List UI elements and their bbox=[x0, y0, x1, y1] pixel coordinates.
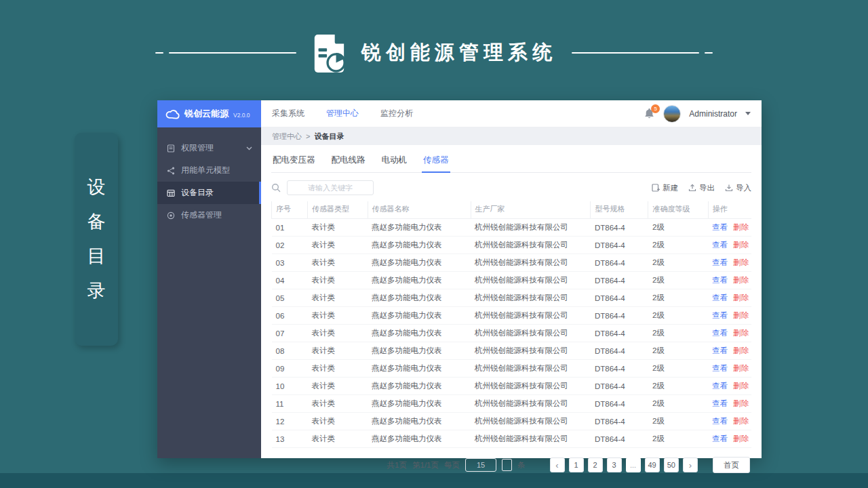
page-header: 锐创能源管理系统 bbox=[0, 27, 868, 79]
tab-配电线路[interactable]: 配电线路 bbox=[332, 155, 366, 166]
per-page-stepper[interactable] bbox=[502, 459, 512, 471]
topnav-item-监控分析[interactable]: 监控分析 bbox=[380, 108, 413, 119]
username[interactable]: Administrator bbox=[689, 109, 737, 119]
view-link[interactable]: 查看 bbox=[712, 276, 728, 284]
delete-link[interactable]: 删除 bbox=[733, 346, 749, 354]
cell-model: DT864-4 bbox=[591, 289, 648, 307]
document-icon bbox=[166, 144, 175, 152]
page-button-1[interactable]: 1 bbox=[569, 458, 584, 472]
breadcrumb-parent[interactable]: 管理中心 bbox=[272, 131, 302, 142]
home-page-button[interactable]: 首页 bbox=[713, 457, 750, 473]
view-link[interactable]: 查看 bbox=[712, 241, 728, 249]
tab-配电变压器[interactable]: 配电变压器 bbox=[273, 155, 315, 166]
view-link[interactable]: 查看 bbox=[712, 293, 728, 302]
create-button-label: 新建 bbox=[663, 183, 678, 193]
view-link[interactable]: 查看 bbox=[712, 223, 728, 231]
view-link[interactable]: 查看 bbox=[712, 346, 728, 354]
next-page-button[interactable]: › bbox=[683, 458, 698, 472]
cell-name: 燕赵多功能电力仪表 bbox=[368, 289, 471, 307]
sensor-table: 序号传感器类型传感器名称生产厂家型号规格准确度等级操作 01表计类燕赵多功能电力… bbox=[271, 201, 751, 448]
cell-actions: 查看删除 bbox=[708, 325, 751, 342]
content: 配电变压器配电线路电动机传感器 bbox=[261, 145, 762, 458]
cell-type: 表计类 bbox=[308, 413, 368, 430]
current-page: 第1/1页 bbox=[412, 460, 439, 470]
delete-link[interactable]: 删除 bbox=[733, 311, 749, 319]
delete-link[interactable]: 删除 bbox=[733, 241, 749, 249]
sidebar-item-设备目录[interactable]: 设备目录 bbox=[157, 182, 261, 204]
cell-manufacturer: 杭州锐创能源科技有限公司 bbox=[471, 307, 591, 325]
cell-grade: 2级 bbox=[648, 325, 708, 342]
cell-name: 燕赵多功能电力仪表 bbox=[368, 254, 471, 272]
delete-link[interactable]: 删除 bbox=[733, 329, 749, 337]
delete-link[interactable]: 删除 bbox=[733, 399, 749, 407]
cell-grade: 2级 bbox=[648, 342, 708, 360]
sidebar-item-用能单元模型[interactable]: 用能单元模型 bbox=[157, 159, 261, 182]
cell-manufacturer: 杭州锐创能源科技有限公司 bbox=[471, 395, 591, 413]
sidebar-item-传感器管理[interactable]: 传感器管理 bbox=[157, 204, 261, 226]
page-button-3[interactable]: 3 bbox=[607, 458, 622, 472]
cell-actions: 查看删除 bbox=[708, 413, 751, 430]
cell-type: 表计类 bbox=[308, 289, 368, 307]
cell-model: DT864-4 bbox=[591, 325, 648, 342]
sidebar-item-权限管理[interactable]: 权限管理 bbox=[157, 137, 261, 159]
cell-name: 燕赵多功能电力仪表 bbox=[368, 430, 471, 448]
cell-grade: 2级 bbox=[648, 307, 708, 325]
topnav-item-采集系统[interactable]: 采集系统 bbox=[272, 108, 304, 119]
main-area: 采集系统管理中心监控分析 5 Administrator 管理中心 > 设备目录 bbox=[261, 100, 762, 458]
delete-link[interactable]: 删除 bbox=[733, 382, 749, 390]
caret-down-icon[interactable] bbox=[745, 112, 751, 115]
export-button[interactable]: 导出 bbox=[688, 183, 715, 193]
table-row: 01表计类燕赵多功能电力仪表杭州锐创能源科技有限公司DT864-42级查看删除 bbox=[272, 219, 752, 237]
delete-link[interactable]: 删除 bbox=[733, 417, 749, 425]
per-page-input[interactable]: 15 bbox=[465, 458, 496, 472]
cell-no: 02 bbox=[272, 237, 308, 254]
prev-page-button[interactable]: ‹ bbox=[550, 458, 565, 472]
delete-link[interactable]: 删除 bbox=[733, 258, 749, 266]
table-header: 序号传感器类型传感器名称生产厂家型号规格准确度等级操作 bbox=[272, 201, 752, 219]
tab-传感器[interactable]: 传感器 bbox=[423, 155, 449, 166]
notification-bell-icon[interactable]: 5 bbox=[644, 108, 655, 120]
cell-type: 表计类 bbox=[308, 219, 368, 237]
view-link[interactable]: 查看 bbox=[712, 329, 728, 337]
cell-manufacturer: 杭州锐创能源科技有限公司 bbox=[471, 254, 591, 272]
cell-actions: 查看删除 bbox=[708, 272, 751, 289]
column-header: 序号 bbox=[272, 201, 308, 219]
delete-link[interactable]: 删除 bbox=[733, 276, 749, 284]
product-name: 锐创云能源 bbox=[184, 108, 229, 120]
table-row: 07表计类燕赵多功能电力仪表杭州锐创能源科技有限公司DT864-42级查看删除 bbox=[272, 325, 752, 342]
view-link[interactable]: 查看 bbox=[712, 311, 728, 319]
delete-link[interactable]: 删除 bbox=[733, 434, 749, 443]
chevron-down-icon[interactable] bbox=[246, 146, 252, 150]
table-row: 12表计类燕赵多功能电力仪表杭州锐创能源科技有限公司DT864-42级查看删除 bbox=[272, 413, 752, 430]
topnav-item-管理中心[interactable]: 管理中心 bbox=[326, 108, 359, 119]
delete-link[interactable]: 删除 bbox=[733, 293, 749, 302]
cell-grade: 2级 bbox=[648, 395, 708, 413]
report-chart-icon bbox=[311, 33, 347, 73]
avatar[interactable] bbox=[663, 105, 681, 123]
table-row: 09表计类燕赵多功能电力仪表杭州锐创能源科技有限公司DT864-42级查看删除 bbox=[272, 360, 752, 378]
cell-model: DT864-4 bbox=[591, 272, 648, 289]
page-button-49[interactable]: 49 bbox=[645, 458, 660, 472]
tab-电动机[interactable]: 电动机 bbox=[382, 155, 408, 166]
grid-icon bbox=[166, 189, 175, 197]
sidebar-logo: 锐创云能源 V2.0.0 bbox=[157, 100, 261, 127]
view-link[interactable]: 查看 bbox=[712, 364, 728, 372]
view-link[interactable]: 查看 bbox=[712, 382, 728, 390]
search-input[interactable] bbox=[287, 180, 374, 195]
page-ellipsis: ... bbox=[626, 458, 641, 472]
share-icon bbox=[166, 167, 175, 175]
delete-link[interactable]: 删除 bbox=[733, 223, 749, 231]
cell-model: DT864-4 bbox=[591, 360, 648, 378]
view-link[interactable]: 查看 bbox=[712, 417, 728, 425]
page-button-50[interactable]: 50 bbox=[664, 458, 679, 472]
import-button[interactable]: 导入 bbox=[725, 183, 751, 193]
cell-grade: 2级 bbox=[648, 289, 708, 307]
view-link[interactable]: 查看 bbox=[712, 258, 728, 266]
cell-no: 01 bbox=[272, 219, 308, 237]
view-link[interactable]: 查看 bbox=[712, 434, 728, 443]
device-type-tabs: 配电变压器配电线路电动机传感器 bbox=[271, 152, 751, 173]
page-button-2[interactable]: 2 bbox=[588, 458, 603, 472]
create-button[interactable]: 新建 bbox=[652, 183, 678, 193]
delete-link[interactable]: 删除 bbox=[733, 364, 749, 372]
view-link[interactable]: 查看 bbox=[712, 399, 728, 407]
